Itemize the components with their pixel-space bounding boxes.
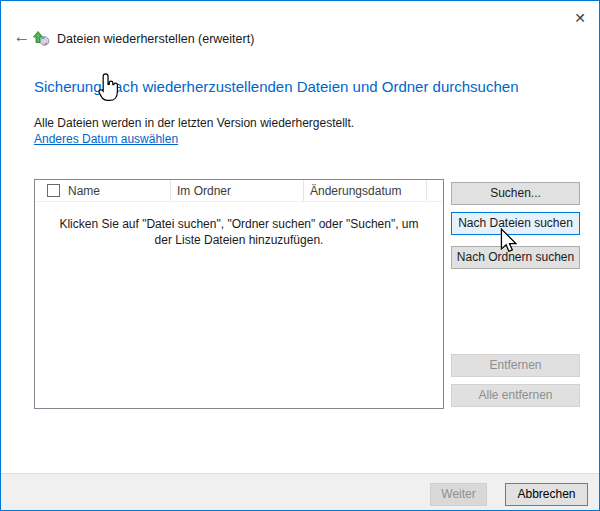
column-header-modified-label: Änderungsdatum: [310, 184, 401, 198]
restore-files-icon: [32, 29, 50, 46]
column-header-folder-label: Im Ordner: [177, 184, 231, 198]
search-button[interactable]: Suchen...: [451, 182, 580, 205]
list-header-row: Name Im Ordner Änderungsdatum: [35, 180, 443, 202]
column-header-spacer: [427, 180, 443, 201]
back-button[interactable]: ←: [11, 28, 33, 48]
search-files-button[interactable]: Nach Dateien suchen: [451, 212, 580, 235]
restore-description: Alle Dateien werden in der letzten Versi…: [34, 116, 354, 130]
page-title: Sicherung nach wiederherzustellenden Dat…: [34, 78, 518, 95]
next-button[interactable]: Weiter: [430, 483, 487, 506]
file-list[interactable]: Name Im Ordner Änderungsdatum Klicken Si…: [34, 179, 444, 409]
column-header-modified[interactable]: Änderungsdatum: [304, 180, 427, 201]
column-header-name[interactable]: Name: [35, 180, 171, 201]
empty-list-message: Klicken Sie auf "Datei suchen", "Ordner …: [35, 216, 443, 248]
select-all-checkbox[interactable]: [47, 184, 60, 197]
column-header-folder[interactable]: Im Ordner: [171, 180, 304, 201]
cancel-button[interactable]: Abbrechen: [505, 483, 588, 506]
remove-all-button[interactable]: Alle entfernen: [451, 384, 580, 407]
dialog-window: ← Dateien wiederherstellen (erweitert) ✕…: [0, 0, 600, 511]
search-folders-button[interactable]: Nach Ordnern suchen: [451, 246, 580, 269]
column-header-name-label: Name: [68, 184, 100, 198]
close-icon[interactable]: ✕: [568, 7, 592, 29]
choose-other-date-link[interactable]: Anderes Datum auswählen: [34, 132, 178, 146]
remove-button[interactable]: Entfernen: [451, 354, 580, 377]
window-title: Dateien wiederherstellen (erweitert): [57, 32, 254, 46]
